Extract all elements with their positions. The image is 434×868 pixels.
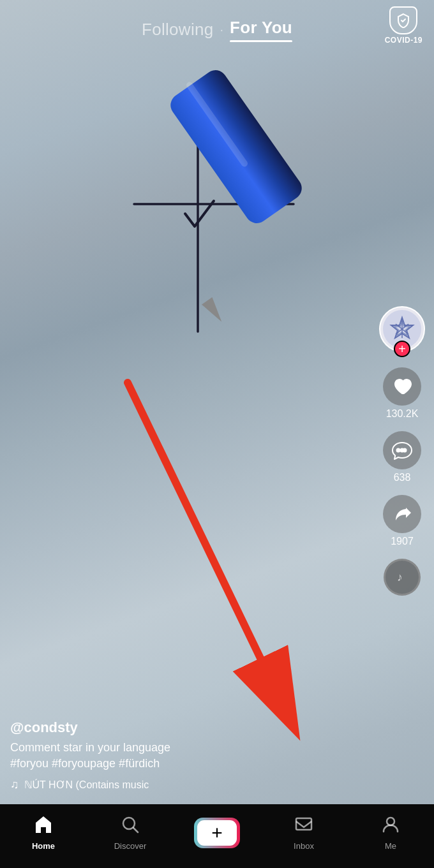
like-button[interactable]: 130.2K: [383, 367, 421, 420]
svg-line-16: [133, 828, 138, 832]
covid-label: COVID-19: [385, 36, 423, 45]
creator-avatar[interactable]: +: [379, 306, 425, 352]
discover-icon: [121, 815, 140, 839]
video-content: [121, 64, 313, 383]
creator-username[interactable]: @condsty: [10, 719, 338, 736]
music-note-icon: ♫: [10, 778, 19, 791]
comment-button[interactable]: 638: [383, 431, 421, 483]
share-button[interactable]: 1907: [383, 495, 421, 547]
like-icon: [383, 367, 421, 406]
inbox-label: Inbox: [294, 841, 314, 851]
inbox-icon: [294, 815, 313, 839]
create-button[interactable]: +: [194, 818, 240, 848]
music-title: ℕÚT HƠN (Contains music: [24, 779, 149, 791]
svg-point-18: [387, 818, 394, 825]
me-label: Me: [385, 841, 396, 851]
video-description: Comment star in your language #foryou #f…: [10, 740, 338, 772]
comment-count: 638: [394, 472, 411, 483]
nav-separator: ·: [220, 22, 224, 37]
bottom-navigation: Home Discover + Inbox: [0, 804, 434, 868]
svg-point-13: [400, 448, 405, 453]
create-button-inner: +: [197, 820, 237, 846]
nav-me[interactable]: Me: [347, 815, 434, 851]
covid-badge[interactable]: COVID-19: [385, 6, 423, 45]
home-label: Home: [32, 841, 55, 851]
svg-point-11: [396, 448, 401, 453]
home-icon: [34, 815, 53, 839]
plus-icon: +: [211, 823, 223, 842]
share-icon: [383, 495, 421, 533]
foryou-tab[interactable]: For You: [230, 18, 292, 42]
share-count: 1907: [391, 536, 414, 547]
svg-text:♪: ♪: [397, 571, 403, 584]
comment-icon: [383, 431, 421, 469]
video-info: @condsty Comment star in your language #…: [10, 719, 338, 791]
follow-button[interactable]: +: [394, 341, 410, 357]
nav-discover[interactable]: Discover: [87, 815, 174, 851]
like-count: 130.2K: [386, 408, 419, 420]
covid-shield-icon: [389, 6, 417, 34]
right-sidebar: + 130.2K 638 1907: [379, 306, 425, 596]
nav-create[interactable]: +: [174, 818, 260, 848]
following-tab[interactable]: Following: [142, 20, 214, 40]
svg-marker-3: [202, 297, 227, 325]
me-icon: [381, 815, 400, 839]
nav-inbox[interactable]: Inbox: [260, 815, 347, 851]
nav-home[interactable]: Home: [0, 815, 87, 851]
music-disc: ♪: [384, 559, 421, 596]
discover-label: Discover: [114, 841, 147, 851]
music-info: ♫ ℕÚT HƠN (Contains music: [10, 778, 338, 791]
top-navigation: Following · For You: [0, 0, 434, 53]
